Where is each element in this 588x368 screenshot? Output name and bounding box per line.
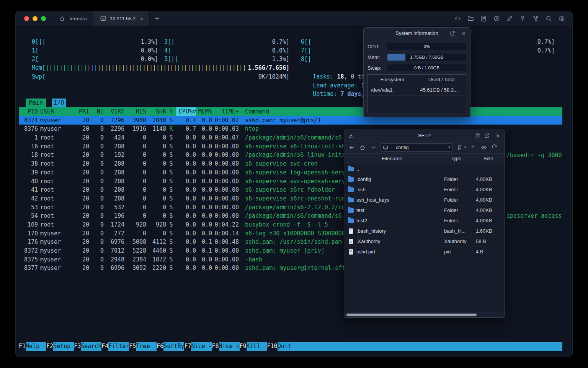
file-row[interactable]: .. — [344, 164, 505, 174]
key-icon[interactable] — [519, 15, 526, 23]
close-tab-icon[interactable]: × — [140, 16, 143, 21]
ni-cell: 0 — [89, 255, 104, 264]
sftp-panel: SFTP ? config ▾ ▾ — [344, 130, 505, 318]
mem-cell: 0.0 — [196, 168, 212, 177]
back-icon[interactable] — [348, 144, 356, 151]
column-header[interactable]: SHR — [146, 107, 166, 116]
bookmarks-dropdown-icon[interactable]: ▾ — [464, 146, 466, 149]
open-in-new-window-icon[interactable] — [449, 30, 456, 37]
column-header[interactable]: RES — [124, 107, 146, 116]
file-row[interactable]: ssh_host_keys Folder 4.00KB — [344, 195, 505, 205]
memory-usage-value: 1.75GB / 7.65GB — [387, 54, 466, 61]
show-hidden-files-icon[interactable] — [480, 144, 488, 151]
mem-bar-segment: | — [87, 64, 91, 71]
parent-directory-icon[interactable] — [469, 144, 477, 151]
file-row[interactable]: .config Folder 4.00KB — [344, 174, 505, 185]
file-name: .config — [356, 174, 371, 184]
function-key-label: Setup — [53, 342, 74, 351]
process-row[interactable]: 8374 myuser 20 0 7296 3980 2840 S 0.7 0.… — [19, 116, 562, 125]
virt-cell: 2948 — [104, 255, 124, 264]
column-header[interactable]: S — [166, 107, 176, 116]
home-icon[interactable] — [359, 144, 366, 151]
file-row[interactable]: sshd.pid pid 4 B — [344, 247, 505, 257]
file-row[interactable]: test2 Folder 4.00KB — [344, 216, 505, 226]
htop-tab-main[interactable]: Main — [26, 99, 46, 107]
column-header[interactable]: PID — [19, 107, 38, 116]
user-cell: myuser — [38, 255, 74, 264]
open-in-new-window-icon[interactable] — [483, 132, 491, 140]
column-header[interactable]: NI — [89, 107, 104, 116]
filesystem-table: Filesystem Used / Total /dev/vda1 45.61G… — [368, 74, 466, 113]
branch-icon[interactable] — [532, 15, 539, 23]
function-key-button[interactable]: F7Nice - — [184, 342, 212, 351]
refresh-icon[interactable] — [491, 144, 498, 151]
column-used-total[interactable]: Used / Total — [417, 75, 466, 85]
column-header[interactable]: CPU%▽ — [176, 107, 196, 116]
function-key-button[interactable]: F9Kill — [240, 342, 267, 351]
horizontal-scrollbar[interactable] — [345, 313, 504, 317]
tab-termora-home[interactable]: Termora — [52, 11, 93, 26]
swap-usage-value: 0 B / 1.00GB — [387, 64, 466, 71]
zoom-window-button[interactable] — [41, 16, 46, 21]
user-cell: myuser — [38, 125, 74, 133]
column-filename[interactable]: Filename — [344, 154, 440, 164]
state-cell: S — [166, 186, 176, 194]
close-panel-icon[interactable] — [459, 30, 467, 37]
settings-icon[interactable] — [558, 15, 565, 23]
function-key-button[interactable]: F5Tree — [129, 342, 157, 351]
column-header[interactable]: VIRT — [104, 107, 124, 116]
function-key-button[interactable]: F8Nice + — [212, 342, 239, 351]
bookmarks-icon[interactable] — [456, 144, 464, 151]
folder-icon[interactable] — [467, 15, 474, 23]
pri-cell: 20 — [74, 255, 89, 264]
log-icon[interactable] — [480, 15, 487, 23]
mem-bar-segment: |||||||||||| — [46, 64, 87, 71]
column-header[interactable]: TIME+ — [212, 107, 239, 116]
forward-icon[interactable] — [369, 144, 377, 151]
minimize-window-button[interactable] — [33, 16, 38, 21]
function-key-button[interactable]: F4Filter — [101, 342, 129, 351]
cpu-meter: 0[||1.3%] — [32, 38, 158, 46]
close-panel-icon[interactable] — [494, 132, 501, 140]
res-cell: 0 — [124, 133, 146, 142]
file-row[interactable]: test Folder 4.00KB — [344, 205, 505, 216]
close-window-button[interactable] — [24, 16, 29, 21]
file-size: 4 B — [472, 247, 505, 257]
function-key-button[interactable]: F3Search — [74, 342, 101, 351]
ni-cell: 0 — [89, 186, 104, 194]
time-cell: 0:00.00 — [212, 177, 239, 186]
function-key-button[interactable]: F6SortBy — [157, 342, 184, 351]
function-key-button[interactable]: F10Quit — [267, 342, 298, 351]
new-tab-button[interactable] — [154, 16, 160, 21]
search-icon[interactable] — [545, 15, 552, 23]
transfers-download-icon[interactable] — [347, 132, 355, 140]
time-cell: 0:00.07 — [212, 133, 239, 142]
file-name: .Xauthority — [356, 237, 380, 246]
filesystem-row[interactable]: /dev/vda1 45.61GB / 58.3... — [368, 85, 466, 95]
function-key-button[interactable]: F2Setup — [46, 342, 74, 351]
function-key-number: F1 — [19, 342, 26, 351]
column-size[interactable]: Size — [472, 154, 505, 164]
column-header[interactable]: USER — [38, 107, 74, 116]
record-icon[interactable] — [493, 15, 500, 23]
file-row[interactable]: .bash_history bash_hi... 1.60KB — [344, 226, 505, 237]
file-row[interactable]: .Xauthority Xauthority 58 B — [344, 237, 505, 247]
path-dropdown-icon[interactable]: ▾ — [448, 146, 450, 149]
user-cell: root — [38, 212, 74, 220]
code-icon[interactable] — [454, 15, 461, 23]
help-icon[interactable]: ? — [475, 133, 480, 138]
column-type[interactable]: Type — [440, 154, 472, 164]
edit-icon[interactable] — [506, 15, 513, 23]
tab-session[interactable]: 10.211.55.2 × — [93, 11, 150, 26]
pri-cell: 20 — [74, 177, 89, 186]
res-cell: 0 — [124, 168, 146, 177]
column-header[interactable]: PRI — [74, 107, 89, 116]
column-filesystem[interactable]: Filesystem — [368, 75, 417, 85]
htop-tab-io[interactable]: I/O — [52, 99, 66, 107]
file-row[interactable]: .ssh Folder 4.00KB — [344, 185, 505, 195]
res-cell: 0 — [124, 212, 146, 220]
path-breadcrumb[interactable]: config ▾ — [380, 143, 453, 152]
scrollbar-thumb[interactable] — [346, 314, 477, 316]
function-key-button[interactable]: F1Help — [19, 342, 46, 351]
column-header[interactable]: MEM% — [196, 107, 212, 116]
